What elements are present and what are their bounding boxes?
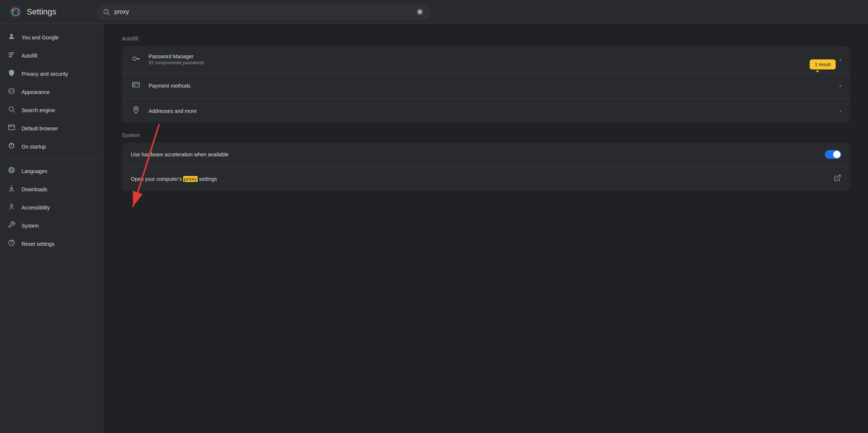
proxy-keyword: proxy <box>183 176 197 182</box>
palette-icon <box>7 87 16 97</box>
sidebar-item-autofill[interactable]: Autofill <box>0 46 101 65</box>
autofill-section-title: Autofill <box>122 36 850 42</box>
sidebar-item-downloads[interactable]: Downloads <box>0 180 101 198</box>
svg-point-33 <box>11 204 12 205</box>
sidebar: You and Google Autofill Privacy and secu… <box>0 24 104 433</box>
svg-line-19 <box>13 111 15 113</box>
svg-point-46 <box>135 108 137 110</box>
sidebar-label-languages: Languages <box>22 168 47 174</box>
sidebar-item-languages[interactable]: Languages <box>0 162 101 180</box>
svg-point-2 <box>14 10 17 14</box>
download-icon <box>7 185 16 194</box>
svg-rect-12 <box>9 56 12 57</box>
sidebar-item-privacy-security[interactable]: Privacy and security <box>0 65 101 83</box>
sidebar-item-reset-settings[interactable]: Reset settings <box>0 235 101 253</box>
system-card: Use hardware acceleration when available… <box>122 143 850 191</box>
addresses-row[interactable]: Addresses and more › <box>122 98 850 123</box>
svg-point-16 <box>12 91 13 92</box>
sidebar-divider <box>6 159 98 159</box>
payment-methods-arrow-icon: › <box>839 82 841 89</box>
svg-point-14 <box>10 90 11 91</box>
sidebar-item-appearance[interactable]: Appearance <box>0 83 101 101</box>
svg-line-36 <box>10 207 11 209</box>
addresses-arrow-icon: › <box>839 108 841 114</box>
svg-line-47 <box>837 175 840 179</box>
hardware-acceleration-toggle[interactable] <box>825 150 841 159</box>
search-engine-icon <box>7 105 16 115</box>
power-icon <box>7 142 16 151</box>
password-manager-arrow-icon: › <box>839 56 841 63</box>
sidebar-label-downloads: Downloads <box>22 186 47 192</box>
svg-point-22 <box>9 126 10 126</box>
svg-point-23 <box>10 126 11 126</box>
location-icon <box>131 106 141 116</box>
sidebar-item-you-and-google[interactable]: You and Google <box>0 28 101 46</box>
proxy-text-before: Open your computer's <box>131 176 182 182</box>
sidebar-item-search-engine[interactable]: Search engine <box>0 101 101 119</box>
main-content-area: Autofill Password <box>122 36 850 191</box>
proxy-settings-row[interactable]: Open your computer's proxy settings <box>122 167 850 191</box>
sidebar-label-appearance: Appearance <box>22 89 50 95</box>
hardware-acceleration-row[interactable]: Use hardware acceleration when available <box>122 143 850 167</box>
svg-line-37 <box>13 207 13 209</box>
main-content: Autofill Password <box>104 24 868 433</box>
header: Settings proxy <box>0 0 868 24</box>
sidebar-label-system: System <box>22 223 39 229</box>
browser-icon <box>7 124 16 133</box>
payment-methods-content: Payment methods <box>149 83 832 89</box>
password-manager-subtitle: 91 compromised passwords <box>149 60 802 65</box>
hardware-acceleration-title: Use hardware acceleration when available <box>131 152 817 157</box>
reset-icon <box>7 239 16 248</box>
autofill-section: Autofill Password <box>122 36 850 123</box>
sidebar-label-default-browser: Default browser <box>22 126 58 131</box>
svg-rect-11 <box>9 54 13 55</box>
system-section-title: System <box>122 132 850 138</box>
shield-icon <box>7 69 16 78</box>
key-icon <box>131 55 141 65</box>
svg-point-15 <box>12 89 13 91</box>
svg-point-17 <box>10 91 11 92</box>
wrench-icon <box>7 221 16 230</box>
proxy-text-after: settings <box>199 176 217 182</box>
globe-icon <box>7 166 16 176</box>
system-section: System Use hardware acceleration when av… <box>122 132 850 191</box>
sidebar-item-default-browser[interactable]: Default browser <box>0 119 101 137</box>
search-icon <box>103 8 110 16</box>
credit-card-icon <box>131 81 141 91</box>
addresses-content: Addresses and more <box>149 108 832 114</box>
svg-line-5 <box>108 13 110 15</box>
layout: You and Google Autofill Privacy and secu… <box>0 24 868 433</box>
svg-rect-10 <box>9 52 14 53</box>
svg-point-39 <box>133 57 136 60</box>
autofill-card: Password Manager 91 compromised password… <box>122 46 850 123</box>
external-link-icon <box>834 174 841 183</box>
sidebar-label-reset-settings: Reset settings <box>22 241 55 247</box>
result-tooltip: 1 result <box>810 59 836 69</box>
toggle-thumb <box>833 151 841 158</box>
chrome-logo-icon <box>9 5 22 19</box>
payment-methods-title: Payment methods <box>149 83 832 89</box>
svg-point-9 <box>10 34 13 36</box>
search-bar[interactable]: proxy <box>97 4 431 20</box>
proxy-settings-content: Open your computer's proxy settings <box>131 176 826 182</box>
sidebar-label-accessibility: Accessibility <box>22 205 50 211</box>
search-input[interactable]: proxy <box>114 9 410 15</box>
search-clear-button[interactable] <box>415 7 425 17</box>
header-logo: Settings <box>9 5 91 19</box>
svg-point-13 <box>9 88 14 94</box>
password-manager-row[interactable]: Password Manager 91 compromised password… <box>122 46 850 73</box>
password-manager-title: Password Manager <box>149 53 802 59</box>
accessibility-icon <box>7 203 16 212</box>
sidebar-item-accessibility[interactable]: Accessibility <box>0 198 101 216</box>
sidebar-label-on-startup: On startup <box>22 144 46 150</box>
sidebar-label-search-engine: Search engine <box>22 107 55 113</box>
sidebar-label-you-and-google: You and Google <box>22 35 59 40</box>
header-title: Settings <box>27 7 56 17</box>
proxy-row-text: Open your computer's proxy settings <box>131 176 826 182</box>
svg-rect-43 <box>133 82 139 87</box>
sidebar-item-system[interactable]: System <box>0 216 101 235</box>
hardware-acceleration-content: Use hardware acceleration when available <box>131 152 817 157</box>
addresses-title: Addresses and more <box>149 108 832 114</box>
sidebar-item-on-startup[interactable]: On startup <box>0 137 101 156</box>
payment-methods-row[interactable]: Payment methods › <box>122 73 850 98</box>
